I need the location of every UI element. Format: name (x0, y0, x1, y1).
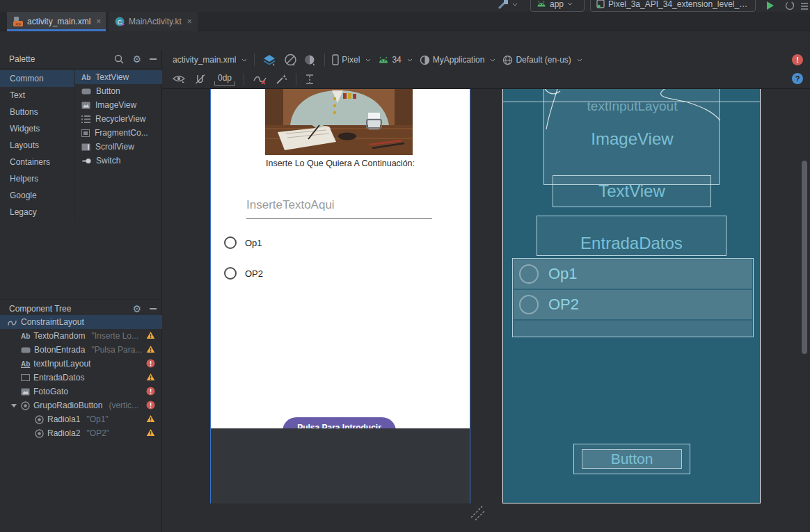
blueprint-imageview-label[interactable]: ImageView (503, 129, 761, 149)
blueprint-radio-label: Op1 (548, 265, 578, 283)
palette-category-helpers[interactable]: Helpers (0, 170, 75, 187)
blueprint-radiogroup-empty-row (514, 321, 752, 337)
target-device-select[interactable]: Pixel_3a_API_34_extension_level_7_x86... (590, 0, 756, 12)
help-icon[interactable]: ? (792, 73, 803, 84)
radio-circle-icon[interactable] (224, 236, 237, 249)
autoconnect-off-icon[interactable] (194, 74, 206, 85)
gear-icon[interactable]: ⚙ (132, 54, 141, 65)
tab-mainactivity-kt[interactable]: C MainActivity.kt × (109, 12, 198, 31)
device-select[interactable]: Pixel (332, 54, 371, 65)
palette-category-text[interactable]: Text (0, 87, 75, 104)
close-icon[interactable]: × (187, 17, 192, 26)
palette-item-fragmentcontainer[interactable]: FragmentCo... (75, 126, 162, 140)
minimize-icon[interactable] (150, 308, 157, 309)
palette-category-buttons[interactable]: Buttons (0, 104, 75, 120)
blueprint-radiobutton-op1[interactable]: Op1 (514, 259, 752, 289)
orientation-icon[interactable] (284, 54, 297, 66)
chevron-down-icon[interactable] (512, 3, 518, 6)
category-label: Buttons (10, 107, 38, 117)
palette-category-common[interactable]: Common (0, 70, 75, 87)
radio-circle-icon[interactable] (224, 267, 237, 280)
design-textview-textorandom[interactable]: Inserte Lo Que Quiera A Continuación: (211, 159, 470, 168)
warning-icon (146, 373, 155, 381)
tree-item-botonentrada[interactable]: BotonEntrada "Pulsa Para... (0, 343, 162, 357)
tree-item-gruporadiobutton[interactable]: GrupoRadioButton (vertic... (0, 398, 162, 412)
theme-select[interactable]: MyApplication (420, 55, 496, 65)
blueprint-radiobutton-op2[interactable]: OP2 (514, 290, 752, 319)
left-tool-panel: Palette ⚙ Common Text Buttons Widgets La… (0, 50, 162, 532)
fragment-icon (81, 129, 90, 137)
guideline-icon[interactable] (305, 74, 315, 85)
blueprint-surface[interactable]: textInputLayout ImageView TextView Entra… (502, 89, 761, 503)
vertical-scrollbar[interactable] (802, 161, 807, 354)
constraint-toolbar: 0dp ? (162, 70, 810, 88)
run-configuration-select[interactable]: app (530, 0, 585, 12)
error-icon (146, 359, 155, 368)
design-surface[interactable]: Inserte Lo Que Quiera A Continuación: In… (210, 89, 470, 503)
locale-select[interactable]: Default (en-us) (502, 55, 582, 65)
tree-item-constraintlayout[interactable]: ConstraintLayout (0, 315, 162, 329)
palette-category-google[interactable]: Google (0, 187, 75, 204)
file-variant-select[interactable]: activity_main.xml (173, 55, 247, 65)
infer-constraints-icon[interactable] (276, 74, 287, 85)
blueprint-entradadatos-box[interactable]: EntradaDatos (537, 216, 726, 256)
blueprint-textview-box[interactable]: TextView (553, 175, 711, 207)
palette-item-list: Ab TextView Button ImageView RecyclerVie… (75, 70, 162, 168)
blueprint-radiogroup-box[interactable]: Op1 OP2 (512, 258, 754, 337)
fotogato-image[interactable] (265, 89, 413, 155)
constraint-layout-icon (7, 318, 17, 327)
palette-item-label: TextView (95, 72, 129, 82)
chevron-down-icon (241, 58, 247, 62)
tree-item-textorandom[interactable]: Ab TextoRandom "Inserte Lo... (0, 329, 162, 343)
design-mode-icon[interactable] (262, 54, 277, 66)
palette-item-textview[interactable]: Ab TextView (75, 70, 162, 84)
tab-label: activity_main.xml (27, 17, 90, 26)
android-icon (537, 1, 546, 7)
palette-item-scrollview[interactable]: ScrollView (75, 140, 162, 154)
chevron-down-icon (407, 58, 413, 62)
palette-item-imageview[interactable]: ImageView (75, 98, 162, 112)
minimize-icon[interactable] (150, 58, 157, 60)
radiobutton-icon (35, 415, 44, 424)
device-manager-icon[interactable] (497, 0, 509, 10)
tree-item-label: GrupoRadioButton (33, 401, 102, 410)
blueprint-button-box[interactable]: Button (573, 444, 690, 474)
tree-item-label: Radiola1 (47, 414, 80, 424)
close-icon[interactable]: × (96, 17, 101, 26)
clear-constraints-icon[interactable] (253, 74, 267, 85)
editor-tab-bar: <> activity_main.xml × C MainActivity.kt… (0, 12, 810, 31)
palette-category-widgets[interactable]: Widgets (0, 120, 75, 137)
palette-item-button[interactable]: Button (75, 84, 162, 98)
more-actions-icon[interactable] (800, 1, 809, 10)
search-icon[interactable] (114, 54, 124, 64)
design-textinput-hint[interactable]: InserteTextoAqui (246, 198, 335, 212)
resize-handle[interactable] (470, 505, 486, 522)
textinput-icon: Ab (21, 360, 30, 368)
chevron-down-icon[interactable] (11, 404, 17, 408)
tab-label: MainActivity.kt (129, 17, 182, 26)
palette-category-containers[interactable]: Containers (0, 154, 75, 170)
default-margin-select[interactable]: 0dp (214, 72, 235, 86)
api-level-select[interactable]: 34 (378, 55, 412, 65)
gear-icon[interactable]: ⚙ (132, 303, 141, 314)
tree-item-entradadatos[interactable]: EntradaDatos (0, 371, 162, 385)
night-mode-icon[interactable] (304, 54, 317, 66)
profiler-icon[interactable] (785, 1, 795, 10)
palette-category-layouts[interactable]: Layouts (0, 137, 75, 154)
view-options-icon[interactable] (173, 74, 186, 83)
tab-activity-main-xml[interactable]: <> activity_main.xml × (7, 12, 106, 31)
tree-item-detail: (vertic... (109, 401, 138, 410)
tree-item-textinputlayout[interactable]: Ab textInputLayout (0, 357, 162, 371)
run-icon[interactable] (765, 1, 775, 10)
tree-item-radiola2[interactable]: Radiola2 "OP2" (0, 426, 162, 440)
issues-error-icon[interactable]: ! (792, 54, 803, 65)
design-radiobutton-op2[interactable]: OP2 (224, 267, 263, 280)
tree-item-radiola1[interactable]: Radiola1 "Op1" (0, 412, 162, 426)
palette-item-switch[interactable]: Switch (75, 154, 162, 168)
tree-item-fotogato[interactable]: FotoGato (0, 385, 162, 398)
palette-category-legacy[interactable]: Legacy (0, 204, 75, 220)
palette-item-recyclerview[interactable]: RecyclerView (75, 112, 162, 126)
blueprint-textinputlayout-label[interactable]: textInputLayout (503, 99, 761, 114)
design-radiobutton-op1[interactable]: Op1 (224, 236, 262, 249)
design-canvas[interactable]: Inserte Lo Que Quiera A Continuación: In… (162, 88, 810, 532)
